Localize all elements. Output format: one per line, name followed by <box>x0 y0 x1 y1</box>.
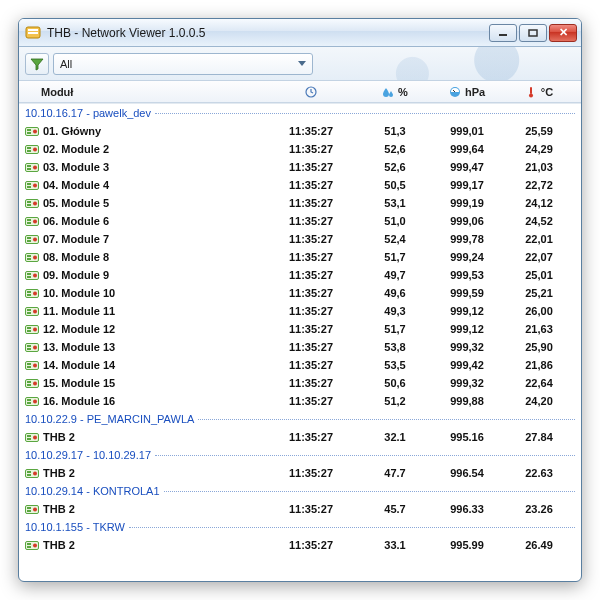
svg-rect-35 <box>27 240 31 242</box>
cell-temperature: 22,72 <box>503 179 575 191</box>
group-header[interactable]: 10.10.29.14 - KONTROLA1 <box>19 482 581 500</box>
svg-rect-26 <box>27 201 31 203</box>
svg-rect-18 <box>27 165 31 167</box>
cell-humidity: 45.7 <box>359 503 431 515</box>
table-row[interactable]: 02. Module 211:35:2752,6999,6424,29 <box>19 140 581 158</box>
cell-temperature: 26,00 <box>503 305 575 317</box>
cell-humidity: 49,3 <box>359 305 431 317</box>
close-button[interactable]: ✕ <box>549 24 577 42</box>
svg-rect-4 <box>529 30 537 36</box>
cell-time: 11:35:27 <box>263 125 359 137</box>
header-time[interactable] <box>263 86 359 98</box>
minimize-button[interactable] <box>489 24 517 42</box>
app-icon <box>25 25 41 41</box>
table-row[interactable]: 03. Module 311:35:2752,6999,4721,03 <box>19 158 581 176</box>
table-row[interactable]: 14. Module 1411:35:2753,5999,4221,86 <box>19 356 581 374</box>
cell-pressure: 999,32 <box>431 377 503 389</box>
table-row[interactable]: THB 211:35:2747.7996.5422.63 <box>19 464 581 482</box>
cell-temperature: 24,52 <box>503 215 575 227</box>
group-header[interactable]: 10.10.22.9 - PE_MARCIN_PAWLA <box>19 410 581 428</box>
svg-rect-54 <box>27 327 31 329</box>
filter-button[interactable] <box>25 53 49 75</box>
header-temperature[interactable]: °C <box>503 86 575 98</box>
svg-rect-51 <box>27 312 31 314</box>
table-row[interactable]: 13. Module 1311:35:2753,8999,3225,90 <box>19 338 581 356</box>
svg-point-52 <box>33 310 37 314</box>
svg-rect-23 <box>27 186 31 188</box>
table-row[interactable]: 05. Module 511:35:2753,1999,1924,12 <box>19 194 581 212</box>
module-icon <box>25 323 39 335</box>
table-row[interactable]: 07. Module 711:35:2752,4999,7822,01 <box>19 230 581 248</box>
cell-name: 02. Module 2 <box>43 143 263 155</box>
cell-name: 13. Module 13 <box>43 341 263 353</box>
cell-name: 04. Module 4 <box>43 179 263 191</box>
table-row[interactable]: 06. Module 611:35:2751,0999,0624,52 <box>19 212 581 230</box>
cell-humidity: 33.1 <box>359 539 431 551</box>
group-divider <box>155 455 575 456</box>
module-icon <box>25 161 39 173</box>
cell-temperature: 25,59 <box>503 125 575 137</box>
cell-humidity: 51,2 <box>359 395 431 407</box>
cell-temperature: 22,01 <box>503 233 575 245</box>
cell-humidity: 51,7 <box>359 323 431 335</box>
pressure-icon <box>449 86 461 98</box>
svg-rect-15 <box>27 150 31 152</box>
table-row[interactable]: 09. Module 911:35:2749,7999,5325,01 <box>19 266 581 284</box>
table-row[interactable]: THB 211:35:2733.1995.9926.49 <box>19 536 581 554</box>
group-header[interactable]: 10.10.29.17 - 10.10.29.17 <box>19 446 581 464</box>
group-header[interactable]: 10.10.16.17 - pawelk_dev <box>19 104 581 122</box>
cell-pressure: 999,32 <box>431 341 503 353</box>
cell-temperature: 26.49 <box>503 539 575 551</box>
cell-time: 11:35:27 <box>263 305 359 317</box>
svg-rect-75 <box>27 438 31 440</box>
table-row[interactable]: 12. Module 1211:35:2751,7999,1221,63 <box>19 320 581 338</box>
header-pressure[interactable]: hPa <box>431 86 503 98</box>
cell-time: 11:35:27 <box>263 377 359 389</box>
header-module[interactable]: Moduł <box>25 86 263 98</box>
cell-name: 08. Module 8 <box>43 251 263 263</box>
svg-rect-50 <box>27 309 31 311</box>
cell-humidity: 32.1 <box>359 431 431 443</box>
table-row[interactable]: 15. Module 1511:35:2750,6999,3222,64 <box>19 374 581 392</box>
svg-point-32 <box>33 220 37 224</box>
cell-temperature: 25,21 <box>503 287 575 299</box>
svg-rect-59 <box>27 348 31 350</box>
group-divider <box>198 419 575 420</box>
svg-rect-11 <box>27 132 31 134</box>
table-row[interactable]: 11. Module 1111:35:2749,3999,1226,00 <box>19 302 581 320</box>
svg-point-36 <box>33 238 37 242</box>
cell-pressure: 999,12 <box>431 323 503 335</box>
maximize-button[interactable] <box>519 24 547 42</box>
table-row[interactable]: THB 211:35:2745.7996.3323.26 <box>19 500 581 518</box>
svg-rect-31 <box>27 222 31 224</box>
table-row[interactable]: 01. Główny11:35:2751,3999,0125,59 <box>19 122 581 140</box>
module-icon <box>25 467 39 479</box>
module-icon <box>25 179 39 191</box>
cell-pressure: 999,42 <box>431 359 503 371</box>
svg-point-56 <box>33 328 37 332</box>
table-row[interactable]: THB 211:35:2732.1995.1627.84 <box>19 428 581 446</box>
cell-name: 14. Module 14 <box>43 359 263 371</box>
titlebar[interactable]: THB - Network Viewer 1.0.0.5 ✕ <box>19 19 581 47</box>
table-row[interactable]: 16. Module 1611:35:2751,2999,8824,20 <box>19 392 581 410</box>
svg-point-24 <box>33 184 37 188</box>
cell-humidity: 52,6 <box>359 143 431 155</box>
table-row[interactable]: 04. Module 411:35:2750,5999,1722,72 <box>19 176 581 194</box>
column-headers[interactable]: Moduł % hPa °C <box>19 81 581 103</box>
svg-point-68 <box>33 382 37 386</box>
svg-rect-55 <box>27 330 31 332</box>
module-icon <box>25 233 39 245</box>
data-body[interactable]: 10.10.16.17 - pawelk_dev01. Główny11:35:… <box>19 103 581 581</box>
svg-rect-79 <box>27 474 31 476</box>
group-label: 10.10.29.17 - 10.10.29.17 <box>25 449 151 461</box>
filter-select[interactable]: All <box>53 53 313 75</box>
header-humidity[interactable]: % <box>359 86 431 98</box>
cell-name: 06. Module 6 <box>43 215 263 227</box>
svg-rect-67 <box>27 384 31 386</box>
cell-pressure: 996.33 <box>431 503 503 515</box>
group-label: 10.10.22.9 - PE_MARCIN_PAWLA <box>25 413 194 425</box>
cell-pressure: 999,78 <box>431 233 503 245</box>
group-header[interactable]: 10.10.1.155 - TKRW <box>19 518 581 536</box>
table-row[interactable]: 10. Module 1011:35:2749,6999,5925,21 <box>19 284 581 302</box>
table-row[interactable]: 08. Module 811:35:2751,7999,2422,07 <box>19 248 581 266</box>
